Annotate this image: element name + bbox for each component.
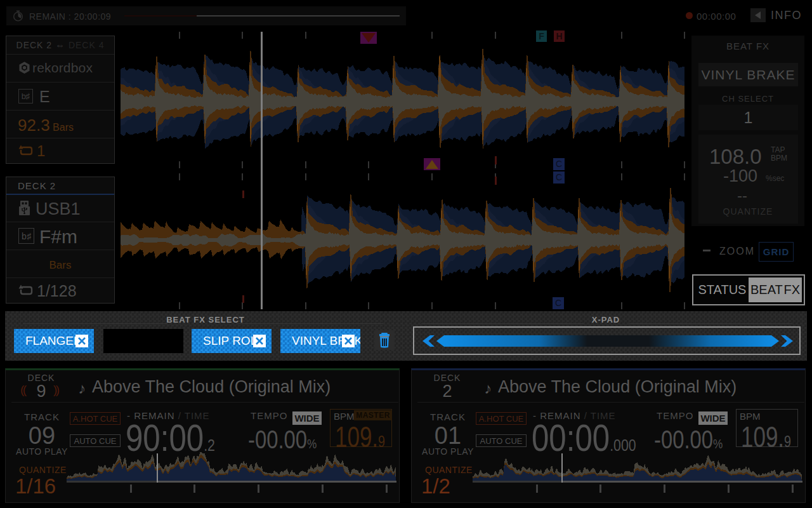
svg-text:rekordbox: rekordbox	[32, 61, 93, 75]
